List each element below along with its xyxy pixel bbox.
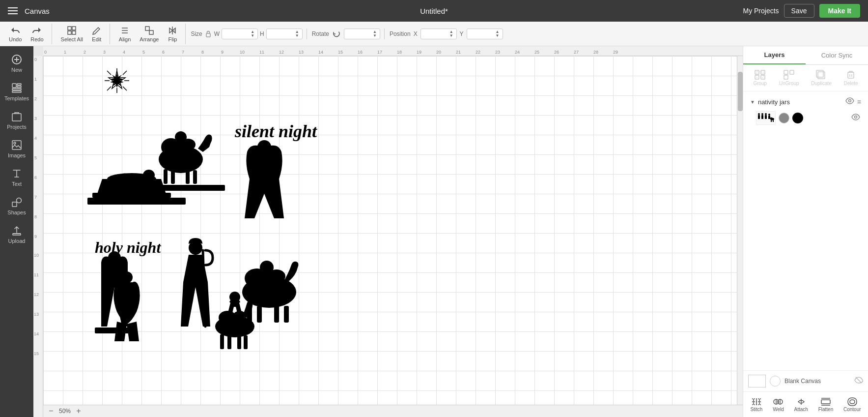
rotate-icon xyxy=(332,30,341,38)
sidebar-item-images[interactable]: Images xyxy=(2,136,31,162)
x-input[interactable] xyxy=(423,30,448,37)
select-all-button[interactable]: Select All xyxy=(57,24,87,44)
make-it-button[interactable]: Make It xyxy=(819,4,860,18)
sidebar: New Templates Projects xyxy=(0,46,33,417)
svg-rect-22 xyxy=(12,202,17,207)
layer-color-circle xyxy=(779,113,789,123)
canvas-artwork: silent night xyxy=(43,56,633,405)
svg-rect-66 xyxy=(761,75,765,79)
sidebar-item-shapes[interactable]: Shapes xyxy=(2,193,31,219)
text-icon xyxy=(11,168,22,179)
doc-title: Untitled* xyxy=(420,7,448,15)
my-projects-button[interactable]: My Projects xyxy=(743,7,779,15)
rotate-label: Rotate xyxy=(312,30,329,37)
tab-layers[interactable]: Layers xyxy=(743,46,806,64)
height-down[interactable]: ▼ xyxy=(294,34,300,38)
layer-group-menu-icon[interactable]: ≡ xyxy=(857,98,861,106)
svg-rect-78 xyxy=(758,115,760,119)
group-button[interactable]: Group xyxy=(750,68,770,88)
blank-canvas-row: Blank Canvas xyxy=(743,370,868,391)
eye-closed-icon xyxy=(854,377,863,384)
layer-toolbar: Group UnGroup Duplicate xyxy=(743,65,868,91)
sidebar-item-upload[interactable]: Upload xyxy=(2,221,31,248)
svg-text:silent night: silent night xyxy=(234,121,317,141)
rotate-down[interactable]: ▼ xyxy=(372,34,378,38)
redo-button[interactable]: Redo xyxy=(27,24,47,44)
menu-icon[interactable] xyxy=(8,7,18,14)
blank-canvas-eye-icon[interactable] xyxy=(854,377,863,386)
delete-button[interactable]: Delete xyxy=(841,68,861,88)
arrange-button[interactable]: Arrange xyxy=(136,24,163,44)
svg-rect-60 xyxy=(227,335,231,349)
svg-rect-20 xyxy=(12,141,21,149)
position-label: Position xyxy=(390,30,411,37)
svg-rect-25 xyxy=(13,234,21,235)
svg-point-77 xyxy=(758,113,760,115)
layer-item[interactable] xyxy=(747,108,864,128)
svg-rect-17 xyxy=(12,89,21,90)
y-input[interactable] xyxy=(469,30,495,37)
sidebar-item-new-label: New xyxy=(11,67,22,73)
x-label: X xyxy=(414,30,418,37)
y-down[interactable]: ▼ xyxy=(495,34,501,38)
layer-group-nativity: ▼ nativity jars ≡ xyxy=(747,95,864,128)
edit-button[interactable]: Edit xyxy=(88,24,106,44)
select-group: Select All Edit xyxy=(57,24,110,44)
svg-rect-73 xyxy=(848,72,854,78)
sidebar-item-text[interactable]: Text xyxy=(2,164,31,191)
canvas-area[interactable]: 0 1 2 3 4 5 6 7 8 9 10 11 12 13 14 15 16… xyxy=(33,46,743,417)
canvas-scroll-thumb-v[interactable] xyxy=(738,72,743,111)
sidebar-item-templates[interactable]: Templates xyxy=(2,79,31,105)
height-input[interactable] xyxy=(269,30,294,37)
canvas-grid[interactable]: silent night xyxy=(43,56,743,405)
sidebar-item-projects[interactable]: Projects xyxy=(2,107,31,134)
svg-rect-0 xyxy=(68,27,71,30)
main-area: New Templates Projects xyxy=(0,46,868,417)
svg-rect-62 xyxy=(244,335,248,349)
zoom-out-button[interactable]: − xyxy=(46,406,56,416)
layer-fill-circle xyxy=(792,113,803,123)
svg-rect-19 xyxy=(12,114,21,121)
svg-rect-32 xyxy=(193,170,197,184)
svg-rect-2 xyxy=(68,31,71,34)
attach-icon xyxy=(796,397,807,407)
zoom-in-button[interactable]: + xyxy=(74,406,84,416)
topbar: Canvas Untitled* My Projects Save Make I… xyxy=(0,0,868,22)
stitch-button[interactable]: Stitch xyxy=(747,395,765,414)
width-down[interactable]: ▼ xyxy=(250,34,255,38)
svg-rect-53 xyxy=(284,306,289,323)
sidebar-item-projects-label: Projects xyxy=(7,124,27,130)
layer-group-header[interactable]: ▼ nativity jars ≡ xyxy=(747,95,864,108)
layer-group-eye-icon[interactable] xyxy=(845,97,854,106)
y-input-wrap: ▲ ▼ xyxy=(467,29,503,39)
scroll-bottom-bar: − 50% + xyxy=(43,405,743,417)
sidebar-item-new[interactable]: New xyxy=(2,50,31,77)
attach-button[interactable]: Attach xyxy=(791,395,811,414)
tab-color-sync[interactable]: Color Sync xyxy=(806,46,868,64)
ungroup-button[interactable]: UnGroup xyxy=(776,68,802,88)
width-input-wrap: ▲ ▼ xyxy=(222,29,258,39)
x-down[interactable]: ▼ xyxy=(448,34,454,38)
save-button[interactable]: Save xyxy=(784,4,814,18)
layer-item-eye-icon[interactable] xyxy=(851,114,860,122)
weld-button[interactable]: Weld xyxy=(770,395,787,414)
svg-rect-15 xyxy=(17,84,21,85)
width-input[interactable] xyxy=(224,30,250,37)
toolbar: Undo Redo Select All Edit Align Arrange … xyxy=(0,22,868,46)
svg-rect-87 xyxy=(771,120,772,122)
rotate-input[interactable] xyxy=(346,30,372,37)
align-button[interactable]: Align xyxy=(115,24,135,44)
position-group: Position X ▲ ▼ Y ▲ ▼ xyxy=(390,29,507,39)
flip-button[interactable]: Flip xyxy=(164,24,181,44)
svg-rect-52 xyxy=(274,304,279,323)
height-spinners: ▲ ▼ xyxy=(294,30,300,38)
svg-rect-68 xyxy=(784,70,788,74)
duplicate-icon xyxy=(816,70,827,80)
undo-button[interactable]: Undo xyxy=(5,24,26,44)
flatten-button[interactable]: Flatten xyxy=(815,395,837,414)
blank-canvas-circle xyxy=(770,376,781,387)
contour-button[interactable]: Contour xyxy=(840,395,864,414)
svg-rect-46 xyxy=(95,328,134,333)
canvas-scrollbar-v[interactable] xyxy=(737,56,743,405)
duplicate-button[interactable]: Duplicate xyxy=(808,68,835,88)
